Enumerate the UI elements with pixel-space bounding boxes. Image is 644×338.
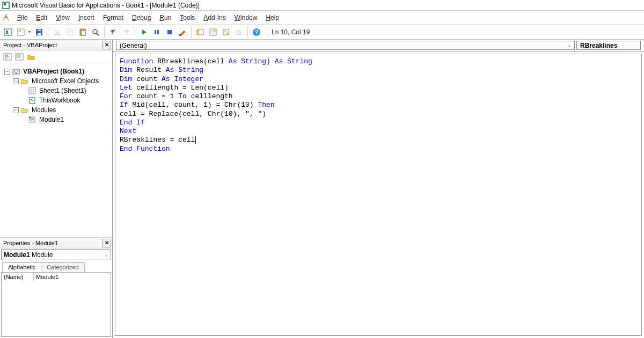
tab-categorized[interactable]: Categorized — [41, 262, 84, 272]
svg-rect-3 — [4, 29, 12, 35]
view-excel-icon[interactable] — [2, 26, 14, 38]
copy-icon[interactable] — [64, 26, 76, 38]
properties-icon[interactable] — [207, 26, 219, 38]
menu-window[interactable]: Window — [230, 12, 262, 23]
object-combo[interactable]: (General) ⌄ — [116, 41, 575, 50]
tree-toggle[interactable]: − — [13, 107, 19, 113]
paste-icon[interactable] — [77, 26, 89, 38]
view-code-icon[interactable] — [2, 52, 13, 62]
project-toolbar — [0, 50, 112, 63]
properties-pane-title: Properties - Module1 — [3, 240, 58, 246]
code-pane: (General) ⌄ RBreaklines Function RBreakl… — [113, 40, 644, 338]
svg-rect-17 — [157, 30, 159, 34]
reset-icon[interactable] — [164, 26, 175, 38]
tree-vbaproject[interactable]: VBAProject (Book1) — [22, 68, 85, 75]
svg-rect-14 — [82, 31, 85, 35]
vba-icon — [2, 14, 10, 21]
tree-toggle[interactable]: − — [13, 78, 19, 84]
app-icon — [2, 2, 10, 9]
svg-rect-5 — [19, 30, 21, 32]
vbaproject-icon — [12, 67, 20, 76]
project-pane-title: Project - VBAProject — [3, 42, 57, 48]
menu-tools[interactable]: Tools — [175, 12, 199, 23]
menu-bar: FFileile Edit View Insert Format Debug R… — [0, 11, 644, 25]
save-icon[interactable] — [33, 26, 45, 38]
svg-rect-7 — [38, 33, 41, 35]
tree-excel-objects[interactable]: Microsoft Excel Objects — [31, 77, 100, 85]
folder-open-icon — [20, 77, 29, 85]
tree-toggle[interactable]: − — [4, 69, 10, 75]
project-pane-close-button[interactable]: ✕ — [103, 41, 111, 49]
tree-modules[interactable]: Modules — [31, 106, 57, 114]
break-icon[interactable] — [151, 26, 163, 38]
insert-dropdown-icon[interactable]: ▾ — [27, 26, 32, 38]
procedure-combo[interactable]: RBreaklines — [576, 41, 641, 50]
menu-help[interactable]: Help — [261, 12, 283, 23]
svg-point-36 — [29, 116, 31, 119]
properties-pane-header: Properties - Module1 ✕ — [0, 238, 112, 248]
svg-text:?: ? — [255, 29, 259, 35]
svg-rect-1 — [4, 3, 6, 5]
properties-object-combo[interactable]: Module1 Module ⌄ — [1, 249, 111, 260]
prop-name-key: (Name) — [2, 273, 34, 282]
title-text: Microsoft Visual Basic for Applications … — [12, 2, 200, 9]
toolbox-icon[interactable] — [233, 26, 245, 38]
svg-rect-25 — [224, 31, 226, 32]
run-icon[interactable] — [138, 26, 150, 38]
folder-open-icon — [20, 106, 29, 114]
code-editor[interactable]: Function RBreaklines(cell As String) As … — [115, 54, 642, 336]
worksheet-icon — [28, 86, 36, 95]
text-cursor — [195, 136, 196, 144]
toggle-folders-icon[interactable] — [26, 52, 36, 62]
chevron-down-icon: ⌄ — [105, 253, 108, 258]
svg-rect-19 — [179, 34, 181, 36]
properties-grid[interactable]: (Name) Module1 — [1, 272, 111, 337]
cut-icon[interactable] — [51, 26, 63, 38]
cursor-position: Ln 10, Col 19 — [267, 27, 314, 37]
workbook-icon — [28, 96, 36, 105]
project-tree[interactable]: − VBAProject (Book1) − Microsoft Excel O… — [0, 63, 112, 238]
svg-rect-12 — [69, 31, 73, 35]
svg-point-23 — [214, 30, 216, 32]
project-pane-header: Project - VBAProject ✕ — [0, 40, 112, 50]
prop-name-value[interactable]: Module1 — [34, 273, 111, 282]
properties-pane: Module1 Module ⌄ Alphabetic Categorized … — [0, 248, 112, 338]
design-mode-icon[interactable] — [177, 26, 188, 38]
menu-addins[interactable]: Add-Ins — [199, 12, 230, 23]
svg-rect-33 — [29, 87, 35, 94]
chevron-down-icon: ⌄ — [567, 43, 571, 48]
tree-module1[interactable]: Module1 — [38, 116, 65, 123]
menu-view[interactable]: View — [52, 12, 74, 23]
toolbar: ▾ ? Ln 10, Col 19 — [0, 25, 644, 40]
insert-module-icon[interactable] — [15, 26, 27, 38]
svg-rect-31 — [17, 55, 20, 57]
svg-rect-16 — [155, 30, 156, 34]
tab-alphabetic[interactable]: Alphabetic — [2, 262, 41, 272]
tree-thisworkbook[interactable]: ThisWorkbook — [38, 97, 81, 104]
help-icon[interactable]: ? — [251, 26, 262, 38]
svg-rect-21 — [197, 30, 199, 35]
find-icon[interactable] — [90, 26, 101, 38]
view-object-icon[interactable] — [14, 52, 25, 62]
redo-icon[interactable] — [120, 26, 132, 38]
menu-run[interactable]: Run — [155, 12, 175, 23]
svg-point-15 — [93, 30, 97, 34]
menu-insert[interactable]: Insert — [74, 12, 99, 23]
properties-pane-close-button[interactable]: ✕ — [103, 239, 111, 247]
svg-rect-8 — [38, 30, 41, 31]
left-panel: Project - VBAProject ✕ − VBAProject (Boo… — [0, 40, 113, 338]
undo-icon[interactable] — [107, 26, 119, 38]
menu-format[interactable]: Format — [99, 12, 128, 23]
module-icon — [28, 115, 36, 124]
svg-point-2 — [5, 16, 7, 18]
menu-file[interactable]: FFileile — [13, 12, 32, 23]
menu-debug[interactable]: Debug — [128, 12, 155, 23]
title-bar: Microsoft Visual Basic for Applications … — [0, 0, 644, 11]
svg-rect-18 — [167, 30, 172, 34]
tree-sheet1[interactable]: Sheet1 (Sheet1) — [38, 87, 87, 94]
object-browser-icon[interactable] — [220, 26, 232, 38]
svg-rect-26 — [226, 33, 228, 34]
menu-edit[interactable]: Edit — [32, 12, 52, 23]
project-explorer-icon[interactable] — [194, 26, 206, 38]
